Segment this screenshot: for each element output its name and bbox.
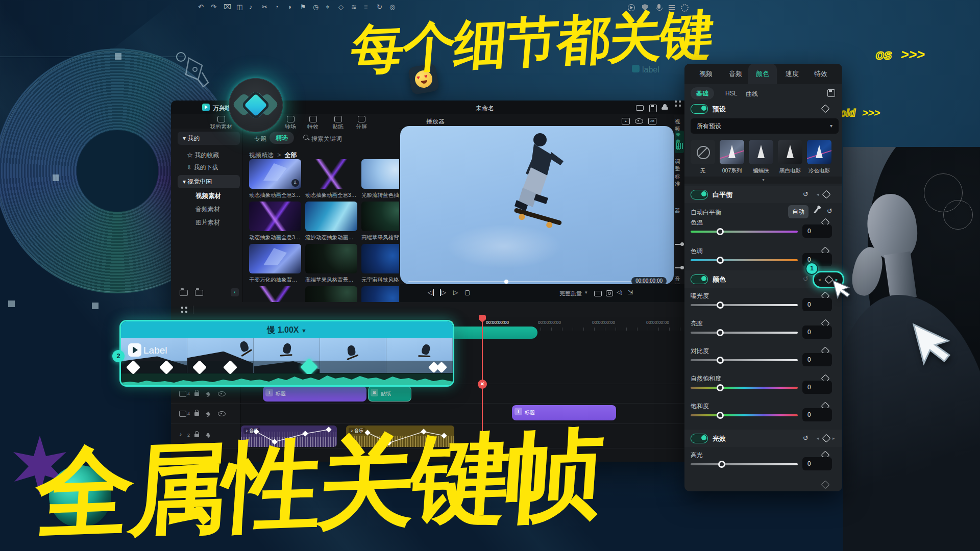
reset-icon[interactable]: ↺ xyxy=(803,434,808,442)
slider-handle[interactable] xyxy=(717,228,724,235)
reset-icon[interactable]: ↺ xyxy=(803,190,808,198)
adjust-icon[interactable]: ≋ xyxy=(351,3,357,11)
cloud-upload-icon[interactable] xyxy=(662,106,668,110)
mute-icon[interactable] xyxy=(206,391,209,396)
speed-header[interactable]: 慢 1.00X ▼ xyxy=(121,321,453,338)
media-thumbnail[interactable]: ⇩ xyxy=(249,159,301,189)
media-thumbnail[interactable] xyxy=(361,159,399,189)
preset-thumb[interactable] xyxy=(778,140,802,164)
sidebar-collapse-button[interactable]: ‹ xyxy=(231,288,239,296)
quality-select[interactable]: 完整质量 xyxy=(559,290,582,297)
media-thumbnail[interactable] xyxy=(249,202,301,231)
preset-dropdown[interactable]: 所有预设▾ xyxy=(691,118,839,134)
highlight-slider[interactable] xyxy=(691,463,798,465)
seek-handle[interactable] xyxy=(504,280,508,284)
reset-icon[interactable]: ↺ xyxy=(803,275,808,283)
folder-icon[interactable] xyxy=(195,290,203,296)
media-thumbnail[interactable] xyxy=(305,202,357,231)
mini-slider[interactable] xyxy=(675,244,684,245)
sticker-clip[interactable]: ◙ 贴纸 xyxy=(368,386,411,402)
download-badge-icon[interactable]: ⇩ xyxy=(291,179,299,187)
collapse-presets-button[interactable]: ▾ xyxy=(684,177,842,184)
bezier-handle[interactable] xyxy=(115,53,121,60)
palette-icon[interactable]: ◑ xyxy=(287,3,291,11)
tab-speed[interactable]: 速度 xyxy=(778,64,806,84)
media-thumbnail[interactable] xyxy=(361,286,399,302)
subtab-basic[interactable]: 基础 xyxy=(691,87,714,99)
lock-icon[interactable] xyxy=(194,392,199,396)
preset-none[interactable] xyxy=(691,140,715,164)
marker-icon[interactable]: ⚑ xyxy=(300,3,306,11)
brightness-slider[interactable] xyxy=(691,332,798,334)
seek-bar[interactable] xyxy=(408,281,633,282)
slider-handle[interactable] xyxy=(717,357,724,364)
slider-handle[interactable] xyxy=(717,412,724,419)
video-clip[interactable] xyxy=(452,327,537,339)
slider-handle[interactable] xyxy=(717,329,724,336)
media-thumbnail[interactable] xyxy=(305,159,357,189)
tab-video[interactable]: 视频 xyxy=(692,64,720,84)
speed-icon[interactable]: ◔ xyxy=(275,3,279,11)
tab-effects[interactable]: 特效 xyxy=(806,64,835,84)
trim-icon[interactable]: ◫ xyxy=(236,3,242,11)
preset-thumb[interactable] xyxy=(807,140,831,164)
vibrance-slider[interactable] xyxy=(691,387,798,389)
video-preview[interactable]: 00:00:00:00 xyxy=(400,126,674,284)
exposure-slider[interactable] xyxy=(691,304,798,306)
sidebar-item-video-assets[interactable]: 视频素材 xyxy=(195,192,221,201)
light-toggle[interactable] xyxy=(691,434,708,443)
display-icon[interactable] xyxy=(636,105,644,111)
audio-icon[interactable]: ♪ xyxy=(249,3,253,11)
tab-featured[interactable]: 精选 xyxy=(270,132,294,144)
eyedropper-icon[interactable] xyxy=(814,208,819,214)
lock-icon[interactable] xyxy=(194,412,199,416)
sidebar-item-image-assets[interactable]: 图片素材 xyxy=(195,218,220,227)
tint-slider[interactable] xyxy=(691,259,798,261)
folder-add-icon[interactable] xyxy=(180,290,188,296)
stop-button[interactable]: ▢ xyxy=(464,289,470,296)
subtab-curves[interactable]: 曲线 xyxy=(746,90,758,98)
color-toggle[interactable] xyxy=(691,274,708,284)
track-icon[interactable]: ⌖ xyxy=(326,3,329,11)
undo-icon[interactable]: ↶ xyxy=(198,3,204,11)
slider-handle[interactable] xyxy=(717,257,724,264)
prev-keyframe-icon[interactable]: ◂ xyxy=(818,277,821,282)
value-field[interactable]: 0 xyxy=(802,408,832,421)
clip-play-icon[interactable] xyxy=(128,343,141,357)
speaker-icon[interactable]: ◁) xyxy=(617,289,622,295)
title-clip[interactable]: T 标题 xyxy=(263,386,366,402)
value-field[interactable]: 0 xyxy=(802,381,832,394)
auto-wb-button[interactable]: 自动 xyxy=(788,205,808,218)
mixer-icon[interactable]: ≡ xyxy=(364,3,368,11)
tab-audio[interactable]: 音频 xyxy=(721,64,750,84)
tab-color[interactable]: 颜色 xyxy=(748,64,777,84)
image-adjust-icon[interactable]: ▴ xyxy=(622,118,630,124)
preset-thumb[interactable] xyxy=(749,140,773,164)
bezier-handle[interactable] xyxy=(92,303,99,309)
media-thumbnail[interactable] xyxy=(361,202,399,231)
play-button[interactable]: ▷ xyxy=(453,289,458,296)
preset-toggle[interactable] xyxy=(691,104,708,114)
next-frame-button[interactable]: ▷ xyxy=(440,289,446,296)
playhead-x-badge[interactable]: ✕ xyxy=(478,380,487,389)
keyframe-diamond-icon[interactable] xyxy=(821,105,830,113)
eye-icon[interactable] xyxy=(635,118,643,124)
slider-handle[interactable] xyxy=(717,384,724,391)
value-field[interactable]: 0 xyxy=(802,457,832,470)
subtab-hsl[interactable]: HSL xyxy=(725,90,737,97)
snapshot-icon[interactable] xyxy=(606,290,613,296)
fullscreen-icon[interactable]: ⇲ xyxy=(628,289,633,296)
temperature-slider[interactable] xyxy=(691,231,798,233)
saturation-slider[interactable] xyxy=(691,414,798,416)
prev-frame-button[interactable]: ◁ xyxy=(428,289,434,296)
keyframe-diamond-icon[interactable] xyxy=(821,481,830,489)
visibility-icon[interactable] xyxy=(218,411,226,416)
media-thumbnail[interactable] xyxy=(249,286,301,302)
reset-icon[interactable]: ↺ xyxy=(827,207,832,215)
prev-keyframe-icon[interactable]: ◂ xyxy=(817,192,819,197)
sidebar-item-vcg[interactable]: ▾ 视觉中国 xyxy=(178,175,240,188)
split-icon[interactable]: ✂ xyxy=(262,3,267,11)
delete-icon[interactable]: ⌧ xyxy=(224,3,231,11)
keyframe-icon[interactable]: ◇ xyxy=(338,3,344,11)
media-thumbnail[interactable] xyxy=(361,244,399,273)
